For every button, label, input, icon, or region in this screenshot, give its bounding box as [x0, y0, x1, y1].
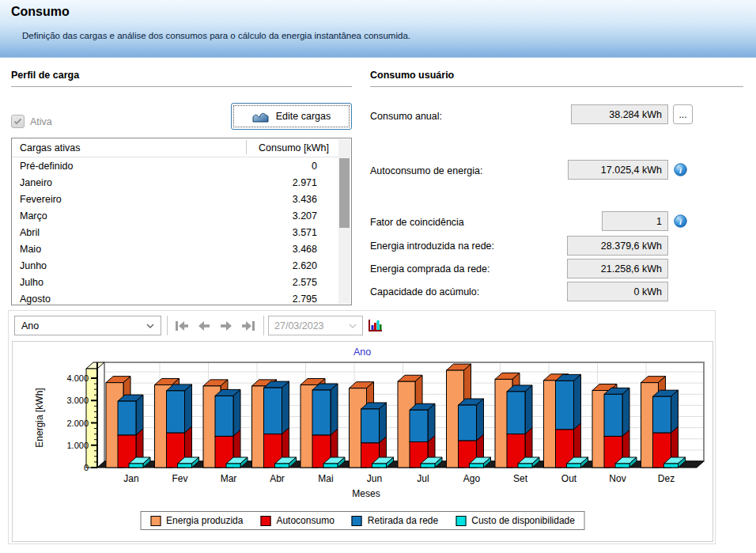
- load-consumption: 2.575: [214, 277, 338, 288]
- active-checkbox[interactable]: [11, 115, 25, 128]
- active-checkbox-label: Ativa: [30, 116, 52, 127]
- user-consumption-heading: Consumo usuário: [370, 70, 743, 87]
- table-row[interactable]: Agosto2.795: [12, 290, 338, 305]
- active-checkbox-row: Ativa: [11, 115, 52, 128]
- chart-panel: Ano: [8, 310, 716, 544]
- page-subtitle: Definição das cargas e análise dos consu…: [22, 31, 410, 40]
- legend-item: Autoconsumo: [260, 515, 334, 526]
- svg-text:4.000: 4.000: [66, 373, 89, 383]
- load-profile-icon: [252, 110, 270, 123]
- svg-text:Jun: Jun: [367, 473, 382, 484]
- load-consumption: 2.620: [214, 260, 338, 271]
- check-icon: [13, 118, 22, 125]
- self-consumption-value: 17.025,4 kWh: [568, 160, 668, 180]
- coincidence-factor-label: Fator de coincidência: [370, 217, 464, 228]
- legend-swatch: [352, 516, 362, 526]
- svg-text:Energia [kWh]: Energia [kWh]: [34, 388, 45, 447]
- load-name: Julho: [12, 277, 214, 288]
- load-consumption: 2.971: [214, 177, 338, 188]
- table-row[interactable]: Pré-definido0: [12, 157, 338, 174]
- info-icon[interactable]: i: [674, 214, 687, 228]
- chart-area: 01.0002.0003.0004.000Energia [kWh]AnoJan…: [12, 341, 713, 542]
- load-consumption: 3.468: [214, 244, 338, 255]
- annual-consumption-value: 38.284 kWh: [571, 104, 668, 124]
- consumption-page: Consumo Definição das cargas e análise d…: [0, 0, 756, 553]
- load-profile-heading: Perfil de carga: [11, 70, 352, 87]
- table-row[interactable]: Junho2.620: [12, 257, 338, 274]
- table-row[interactable]: Março3.207: [12, 207, 338, 224]
- chevron-down-icon: [349, 324, 357, 328]
- load-consumption: 0: [214, 161, 338, 172]
- table-row[interactable]: Julho2.575: [12, 274, 338, 290]
- last-period-button[interactable]: [238, 316, 259, 335]
- table-row[interactable]: Maio3.468: [12, 241, 338, 257]
- legend-swatch: [150, 516, 161, 526]
- svg-text:Fev: Fev: [172, 473, 187, 484]
- info-icon[interactable]: i: [674, 163, 687, 176]
- first-arrow-icon: [173, 318, 191, 334]
- chart-type-button[interactable]: [366, 317, 384, 334]
- right-arrow-icon: [217, 318, 235, 334]
- energy-bought-from-grid-value: 21.258,6 kWh: [567, 259, 668, 278]
- load-name: Maio: [12, 244, 214, 255]
- loads-table[interactable]: Cargas ativas Consumo [kWh] Pré-definido…: [11, 138, 352, 305]
- svg-text:1.000: 1.000: [66, 441, 89, 450]
- table-scrollbar[interactable]: [338, 139, 350, 304]
- svg-text:Mai: Mai: [318, 473, 333, 484]
- next-period-button[interactable]: [216, 316, 236, 335]
- svg-text:Mar: Mar: [221, 473, 237, 484]
- legend-label: Autoconsumo: [276, 515, 334, 526]
- loads-table-header: Cargas ativas Consumo [kWh]: [12, 138, 351, 157]
- toolbar-separator: [263, 316, 264, 335]
- table-row[interactable]: Fevereiro3.436: [12, 191, 338, 207]
- energy-fed-to-grid-label: Energia introduzida na rede:: [370, 241, 494, 252]
- date-select[interactable]: 27/03/2023: [268, 316, 363, 335]
- self-consumption-label: Autoconsumo de energia:: [370, 165, 482, 176]
- period-select[interactable]: Ano: [14, 316, 161, 335]
- left-arrow-icon: [195, 318, 213, 334]
- svg-text:0: 0: [84, 463, 89, 472]
- page-header: Consumo Definição das cargas e análise d…: [0, 0, 756, 58]
- annual-consumption-label: Consumo anual:: [370, 111, 442, 122]
- annual-consumption-ellipsis-button[interactable]: ...: [673, 104, 693, 124]
- legend-item: Energia produzida: [150, 515, 243, 526]
- load-name: Junho: [12, 260, 214, 271]
- legend-label: Retirada da rede: [368, 515, 438, 526]
- table-scrollbar-thumb[interactable]: [339, 158, 350, 228]
- load-name: Abril: [12, 227, 214, 238]
- bar-chart-icon: [367, 318, 383, 333]
- legend-swatch: [455, 516, 466, 526]
- svg-text:3.000: 3.000: [66, 396, 89, 405]
- load-consumption: 3.207: [214, 210, 338, 222]
- edit-loads-button-label: Edite cargas: [276, 111, 331, 122]
- first-period-button[interactable]: [172, 316, 192, 335]
- edit-loads-button[interactable]: Edite cargas: [231, 103, 352, 130]
- coincidence-factor-info[interactable]: i: [674, 214, 687, 228]
- column-header-consumption: Consumo [kWh]: [226, 142, 351, 153]
- svg-text:Ago: Ago: [463, 473, 481, 484]
- page-title: Consumo: [11, 5, 70, 19]
- svg-text:Jan: Jan: [123, 473, 138, 484]
- column-header-loads: Cargas ativas: [12, 142, 226, 153]
- svg-text:Ano: Ano: [353, 347, 371, 358]
- svg-text:Jul: Jul: [417, 473, 429, 484]
- table-row[interactable]: Abril3.571: [12, 224, 338, 241]
- toolbar-separator: [167, 316, 168, 335]
- load-name: Janeiro: [12, 177, 214, 188]
- last-arrow-icon: [240, 318, 257, 334]
- date-select-value: 27/03/2023: [274, 320, 324, 331]
- load-consumption: 3.571: [214, 227, 338, 238]
- period-select-value: Ano: [21, 320, 39, 331]
- load-name: Pré-definido: [12, 161, 214, 172]
- table-row[interactable]: Janeiro2.971: [12, 174, 338, 191]
- self-consumption-info[interactable]: i: [674, 163, 687, 176]
- legend-item: Retirada da rede: [352, 515, 438, 526]
- previous-period-button[interactable]: [194, 316, 214, 335]
- legend-swatch: [260, 516, 270, 526]
- svg-text:Abr: Abr: [270, 473, 285, 484]
- column-separator: [246, 140, 247, 154]
- legend-label: Custo de disponibilidade: [471, 515, 575, 526]
- svg-text:Meses: Meses: [352, 488, 380, 499]
- energy-bought-from-grid-label: Energia comprada da rede:: [370, 263, 490, 275]
- svg-text:Dez: Dez: [658, 473, 675, 484]
